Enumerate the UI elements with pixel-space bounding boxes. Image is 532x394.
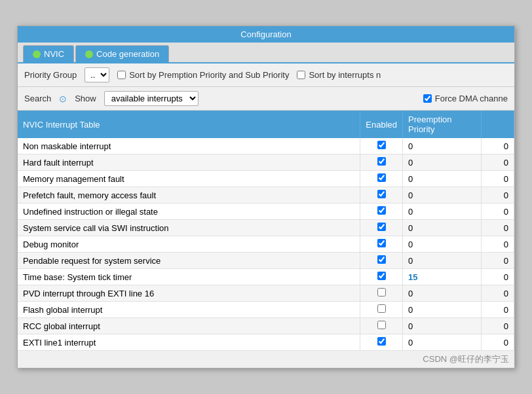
interrupt-table-container: NVIC Interrupt Table Enabled Preemption … — [18, 111, 514, 351]
interrupt-enabled-checkbox[interactable] — [377, 206, 386, 215]
interrupt-enabled-checkbox[interactable] — [377, 223, 386, 231]
interrupt-preemption: 15 — [403, 269, 482, 285]
watermark: CSDN @旺仔的李宁玉 — [18, 351, 514, 368]
interrupt-enabled-cell — [360, 334, 403, 351]
interrupt-sub-priority: 0 — [482, 302, 514, 318]
tab-nvic[interactable]: NVIC — [23, 45, 74, 62]
table-row: RCC global interrupt00 — [18, 318, 514, 334]
interrupt-enabled-checkbox[interactable] — [377, 304, 386, 313]
tab-code-generation-label: Code generation — [96, 49, 159, 59]
interrupt-enabled-cell — [360, 285, 403, 302]
interrupt-enabled-cell — [360, 220, 403, 236]
interrupt-name: Debug monitor — [18, 236, 360, 253]
interrupt-sub-priority: 0 — [482, 285, 514, 302]
sort-interrupts-group: Sort by interrupts n — [297, 70, 381, 80]
interrupt-sub-priority: 0 — [482, 171, 514, 187]
interrupt-enabled-checkbox[interactable] — [377, 321, 386, 329]
interrupt-enabled-checkbox[interactable] — [377, 239, 386, 247]
interrupt-preemption: 0 — [403, 285, 482, 302]
interrupt-name: Hard fault interrupt — [18, 154, 360, 171]
interrupt-name: Undefined instruction or illegal state — [18, 204, 360, 220]
interrupt-enabled-checkbox[interactable] — [377, 288, 386, 296]
col-header-preemption: Preemption Priority — [403, 111, 482, 138]
priority-group-select[interactable]: .. — [85, 67, 109, 82]
interrupt-name: Time base: System tick timer — [18, 269, 360, 285]
interrupt-preemption: 0 — [403, 253, 482, 269]
interrupt-table-body: Non maskable interrupt00Hard fault inter… — [18, 138, 514, 351]
sort-preemption-checkbox[interactable] — [117, 71, 126, 79]
interrupt-enabled-cell — [360, 236, 403, 253]
show-label: Show — [75, 94, 96, 103]
interrupt-enabled-checkbox[interactable] — [377, 337, 386, 346]
window-title: Configuration — [240, 29, 291, 39]
interrupt-preemption: 0 — [403, 187, 482, 204]
interrupt-enabled-cell — [360, 138, 403, 154]
interrupt-sub-priority: 0 — [482, 318, 514, 334]
title-bar: Configuration — [18, 26, 514, 43]
col-header-name: NVIC Interrupt Table — [18, 111, 360, 138]
toolbar2: Search ⊙ Show available interrupts all i… — [18, 87, 514, 111]
interrupt-preemption: 0 — [403, 334, 482, 351]
nvic-status-icon — [33, 50, 41, 58]
interrupt-preemption: 0 — [403, 302, 482, 318]
table-row: Prefetch fault, memory access fault00 — [18, 187, 514, 204]
interrupt-enabled-checkbox[interactable] — [377, 190, 386, 198]
interrupt-enabled-cell — [360, 269, 403, 285]
search-icon[interactable]: ⊙ — [59, 94, 67, 104]
interrupt-enabled-cell — [360, 253, 403, 269]
sort-interrupts-label: Sort by interrupts n — [309, 70, 381, 80]
table-row: Hard fault interrupt00 — [18, 154, 514, 171]
table-row: Flash global interrupt00 — [18, 302, 514, 318]
force-dma-group: Force DMA channe — [423, 94, 508, 103]
priority-group-label: Priority Group — [24, 70, 77, 80]
interrupt-enabled-cell — [360, 154, 403, 171]
interrupt-enabled-cell — [360, 302, 403, 318]
interrupt-name: EXTI line1 interrupt — [18, 334, 360, 351]
interrupt-enabled-checkbox[interactable] — [377, 157, 386, 166]
interrupt-sub-priority: 0 — [482, 204, 514, 220]
interrupt-sub-priority: 0 — [482, 154, 514, 171]
search-label: Search — [24, 94, 51, 103]
interrupt-enabled-checkbox[interactable] — [377, 255, 386, 264]
force-dma-checkbox[interactable] — [423, 94, 432, 103]
sort-preemption-label: Sort by Premption Priority and Sub Prior… — [129, 70, 289, 80]
col-header-sub — [482, 111, 514, 138]
interrupt-name: Memory management fault — [18, 171, 360, 187]
main-window: Configuration NVIC Code generation Prior… — [17, 26, 515, 368]
table-row: Time base: System tick timer150 — [18, 269, 514, 285]
table-row: Debug monitor00 — [18, 236, 514, 253]
sort-interrupts-checkbox[interactable] — [297, 71, 305, 79]
table-row: System service call via SWI instruction0… — [18, 220, 514, 236]
table-row: Pendable request for system service00 — [18, 253, 514, 269]
interrupt-name: Flash global interrupt — [18, 302, 360, 318]
tab-bar: NVIC Code generation — [18, 43, 514, 63]
interrupt-enabled-cell — [360, 171, 403, 187]
interrupt-preemption: 0 — [403, 236, 482, 253]
interrupt-sub-priority: 0 — [482, 138, 514, 154]
show-select[interactable]: available interrupts all interrupts enab… — [104, 91, 199, 106]
interrupt-sub-priority: 0 — [482, 220, 514, 236]
interrupt-name: System service call via SWI instruction — [18, 220, 360, 236]
interrupt-enabled-checkbox[interactable] — [377, 141, 386, 149]
interrupt-preemption: 0 — [403, 220, 482, 236]
interrupt-preemption: 0 — [403, 318, 482, 334]
tab-code-generation[interactable]: Code generation — [75, 45, 169, 62]
interrupt-enabled-checkbox[interactable] — [377, 272, 386, 280]
tab-nvic-label: NVIC — [44, 49, 64, 59]
interrupt-preemption: 0 — [403, 154, 482, 171]
interrupt-preemption: 0 — [403, 204, 482, 220]
table-row: Undefined instruction or illegal state00 — [18, 204, 514, 220]
interrupt-sub-priority: 0 — [482, 334, 514, 351]
table-row: EXTI line1 interrupt00 — [18, 334, 514, 351]
interrupt-enabled-cell — [360, 187, 403, 204]
interrupt-preemption: 0 — [403, 138, 482, 154]
interrupt-sub-priority: 0 — [482, 236, 514, 253]
interrupt-sub-priority: 0 — [482, 187, 514, 204]
interrupt-name: RCC global interrupt — [18, 318, 360, 334]
interrupt-enabled-checkbox[interactable] — [377, 173, 386, 182]
code-gen-status-icon — [85, 50, 93, 58]
interrupt-enabled-cell — [360, 204, 403, 220]
interrupt-sub-priority: 0 — [482, 253, 514, 269]
interrupt-name: PVD interrupt through EXTI line 16 — [18, 285, 360, 302]
interrupt-name: Non maskable interrupt — [18, 138, 360, 154]
